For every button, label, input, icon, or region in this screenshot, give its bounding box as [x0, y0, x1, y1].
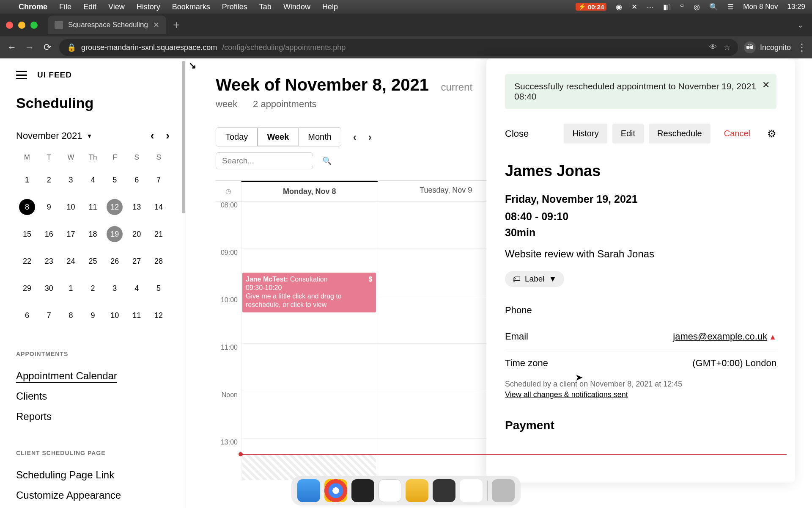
status-icon-3[interactable]: ⋯ — [647, 3, 654, 11]
calendar-day[interactable]: 13 — [126, 195, 148, 219]
calendar-day[interactable]: 2 — [82, 276, 104, 301]
calendar-day[interactable]: 11 — [82, 195, 104, 219]
sidebar-scrollbar[interactable] — [181, 58, 186, 508]
calendar-day[interactable]: 8 — [16, 195, 38, 219]
view-month-button[interactable]: Month — [298, 128, 341, 146]
month-picker[interactable]: November 2021 ▼ — [16, 130, 92, 141]
menu-edit[interactable]: Edit — [83, 3, 96, 11]
calendar-day[interactable]: 12 — [104, 195, 126, 219]
battery-icon[interactable]: ▮▯ — [663, 3, 671, 11]
menubar-time[interactable]: 13:29 — [787, 3, 805, 11]
toast-close-icon[interactable]: ✕ — [762, 80, 770, 91]
reload-button[interactable]: ⟳ — [41, 42, 53, 53]
battery-warning-badge[interactable]: ⚡00:24 — [576, 3, 606, 11]
eye-blocked-icon[interactable]: 👁 — [709, 43, 717, 52]
bookmark-star-icon[interactable]: ☆ — [724, 43, 730, 52]
calendar-day[interactable]: 10 — [104, 303, 126, 328]
calendar-day[interactable]: 30 — [38, 276, 60, 301]
dock-calendar[interactable] — [460, 479, 483, 502]
calendar-event[interactable]: $ Jane McTest: Consultation 09:30-10:20 … — [242, 273, 376, 312]
calendar-day[interactable]: 5 — [104, 168, 126, 192]
gear-icon[interactable]: ⚙ — [767, 128, 776, 140]
dock-chrome[interactable] — [324, 479, 347, 502]
close-tab-icon[interactable]: ✕ — [153, 20, 159, 30]
calendar-day[interactable]: 16 — [38, 222, 60, 246]
menu-profiles[interactable]: Profiles — [222, 3, 247, 11]
history-button[interactable]: History — [564, 124, 607, 144]
menu-view[interactable]: View — [108, 3, 125, 11]
tab-list-chevron-icon[interactable]: ⌄ — [797, 20, 804, 30]
sidebar-item-scheduling-link[interactable]: Scheduling Page Link — [16, 465, 170, 485]
dock-notes[interactable] — [379, 479, 401, 502]
calendar-day[interactable]: 1 — [16, 168, 38, 192]
calendar-day[interactable]: 8 — [60, 303, 82, 328]
app-name[interactable]: Chrome — [19, 3, 47, 11]
calendar-day[interactable]: 17 — [60, 222, 82, 246]
search-icon[interactable]: 🔍 — [322, 156, 332, 166]
wifi-icon[interactable]: ⌔ — [680, 3, 684, 11]
day-header-mon[interactable]: Monday, Nov 8 — [241, 181, 378, 201]
minimize-window-button[interactable] — [18, 22, 25, 29]
calendar-day[interactable]: 15 — [16, 222, 38, 246]
close-window-button[interactable] — [6, 22, 13, 29]
menu-window[interactable]: Window — [283, 3, 310, 11]
calendar-day[interactable]: 26 — [104, 249, 126, 273]
next-month-button[interactable]: › — [166, 129, 170, 142]
calendar-day[interactable]: 5 — [148, 276, 170, 301]
sidebar-item-customize-appearance[interactable]: Customize Appearance — [16, 485, 170, 505]
next-week-button[interactable]: › — [368, 131, 372, 143]
dock-finder[interactable] — [297, 479, 320, 502]
calendar-day[interactable]: 23 — [38, 249, 60, 273]
calendar-day[interactable]: 2 — [38, 168, 60, 192]
calendar-day[interactable]: 6 — [16, 303, 38, 328]
status-icon-2[interactable]: ✕ — [631, 3, 637, 11]
cancel-button[interactable]: Cancel — [716, 124, 759, 144]
menubar-date[interactable]: Mon 8 Nov — [743, 3, 778, 11]
chrome-menu-button[interactable]: ⋮ — [797, 41, 806, 53]
prev-week-button[interactable]: ‹ — [353, 131, 357, 143]
label-dropdown[interactable]: 🏷 Label ▼ — [505, 271, 564, 287]
address-bar[interactable]: 🔒 grouse-mandarin-sxnl.squarespace.com/c… — [59, 39, 738, 56]
browser-tab[interactable]: Squarespace Scheduling ✕ — [48, 16, 166, 34]
sidebar-item-appointment-calendar[interactable]: Appointment Calendar — [16, 366, 170, 386]
calendar-day[interactable]: 12 — [148, 303, 170, 328]
calendar-day[interactable]: 29 — [16, 276, 38, 301]
spotlight-icon[interactable]: 🔍 — [709, 3, 718, 11]
dock-terminal[interactable] — [351, 479, 374, 502]
reschedule-button[interactable]: Reschedule — [649, 124, 710, 144]
calendar-day[interactable]: 25 — [82, 249, 104, 273]
dock-app-dark[interactable] — [433, 479, 455, 502]
calendar-day[interactable]: 7 — [38, 303, 60, 328]
menu-help[interactable]: Help — [322, 3, 338, 11]
calendar-day[interactable]: 3 — [60, 168, 82, 192]
prev-month-button[interactable]: ‹ — [151, 129, 154, 142]
dock-trash[interactable] — [492, 479, 515, 502]
new-tab-button[interactable]: + — [173, 18, 180, 32]
email-value[interactable]: james@example.co.uk — [673, 331, 767, 342]
calendar-day[interactable]: 4 — [126, 276, 148, 301]
calendar-day[interactable]: 21 — [148, 222, 170, 246]
calendar-day[interactable]: 19 — [104, 222, 126, 246]
dock-app-yellow[interactable] — [406, 479, 428, 502]
calendar-day[interactable]: 14 — [148, 195, 170, 219]
calendar-day[interactable]: 10 — [60, 195, 82, 219]
view-today-button[interactable]: Today — [216, 128, 257, 146]
search-input[interactable] — [222, 156, 322, 166]
calendar-day[interactable]: 9 — [38, 195, 60, 219]
panel-close-button[interactable]: Close — [505, 128, 529, 139]
calendar-day[interactable]: 22 — [16, 249, 38, 273]
search-field[interactable]: 🔍 — [216, 152, 313, 169]
menu-bookmarks[interactable]: Bookmarks — [172, 3, 210, 11]
fullscreen-window-button[interactable] — [30, 22, 38, 29]
sidebar-item-reports[interactable]: Reports — [16, 406, 170, 427]
lock-icon[interactable]: 🔒 — [67, 43, 76, 52]
day-column-mon[interactable]: $ Jane McTest: Consultation 09:30-10:20 … — [241, 202, 378, 481]
menu-extra-icon[interactable]: ☰ — [727, 3, 734, 11]
calendar-day[interactable]: 9 — [82, 303, 104, 328]
calendar-day[interactable]: 4 — [82, 168, 104, 192]
calendar-day[interactable]: 24 — [60, 249, 82, 273]
calendar-day[interactable]: 11 — [126, 303, 148, 328]
profile-incognito[interactable]: 🕶 Incognito — [744, 41, 791, 53]
sidebar-item-clients[interactable]: Clients — [16, 386, 170, 406]
calendar-day[interactable]: 7 — [148, 168, 170, 192]
